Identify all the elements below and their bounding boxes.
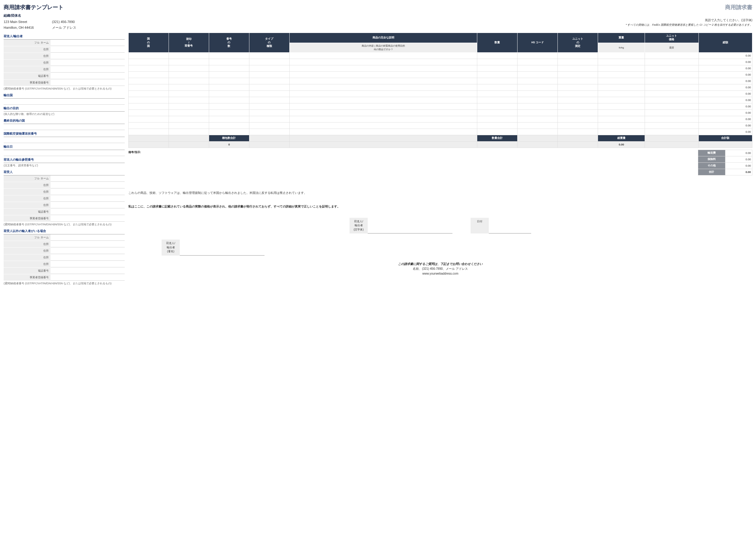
table-cell[interactable] [289,78,477,84]
table-cell[interactable] [598,71,645,78]
table-cell[interactable] [129,97,169,103]
table-cell[interactable] [558,122,598,129]
importer-addr4[interactable] [51,261,125,268]
table-cell[interactable] [645,84,698,90]
table-cell[interactable] [477,129,518,135]
shipper-taxid[interactable] [51,80,125,86]
table-cell[interactable] [249,129,289,135]
importer-phone[interactable] [51,268,125,274]
table-cell[interactable] [209,59,249,65]
table-cell[interactable] [209,90,249,97]
table-cell[interactable] [645,97,698,103]
table-cell[interactable] [249,122,289,129]
table-cell[interactable] [169,84,209,90]
table-cell[interactable] [558,65,598,71]
shipper-addr4[interactable] [51,66,125,73]
table-cell[interactable] [518,110,558,116]
shipper-phone[interactable] [51,73,125,79]
table-cell[interactable] [169,97,209,103]
table-cell[interactable] [169,59,209,65]
table-cell[interactable] [558,71,598,78]
table-cell[interactable] [477,90,518,97]
table-cell[interactable] [477,116,518,122]
table-cell[interactable] [645,103,698,110]
table-cell[interactable] [558,90,598,97]
table-cell[interactable] [558,59,598,65]
table-cell[interactable] [518,59,558,65]
table-cell[interactable] [289,122,477,129]
table-cell[interactable] [598,110,645,116]
table-cell[interactable] [645,71,698,78]
table-cell[interactable] [645,90,698,97]
table-cell[interactable] [558,97,598,103]
awb-field[interactable] [4,137,125,143]
consignee-addr3[interactable] [51,195,125,202]
table-cell[interactable] [209,97,249,103]
table-cell[interactable] [249,78,289,84]
table-cell[interactable] [289,110,477,116]
table-cell[interactable] [518,84,558,90]
table-cell[interactable] [598,122,645,129]
table-cell[interactable] [209,52,249,59]
table-cell[interactable] [598,52,645,59]
table-cell[interactable] [209,110,249,116]
table-cell[interactable] [209,129,249,135]
table-cell[interactable] [209,122,249,129]
shipper-addr2[interactable] [51,53,125,59]
table-cell[interactable] [249,103,289,110]
table-cell[interactable] [598,84,645,90]
consignee-phone[interactable] [51,209,125,215]
table-cell[interactable] [209,116,249,122]
table-cell[interactable] [477,84,518,90]
importer-addr3[interactable] [51,255,125,261]
table-cell[interactable] [289,103,477,110]
table-cell[interactable] [129,122,169,129]
table-cell[interactable] [477,122,518,129]
table-cell[interactable] [598,129,645,135]
dest-country-field[interactable] [4,124,125,130]
table-cell[interactable] [129,78,169,84]
table-cell[interactable] [289,52,477,59]
table-cell[interactable] [477,103,518,110]
table-cell[interactable] [249,97,289,103]
table-cell[interactable] [249,71,289,78]
consignee-addr4[interactable] [51,202,125,209]
table-cell[interactable] [598,116,645,122]
shipper-fullname[interactable] [51,40,125,46]
table-cell[interactable] [249,90,289,97]
table-cell[interactable] [477,78,518,84]
table-cell[interactable] [645,116,698,122]
sign-printed-field[interactable] [368,218,452,234]
table-cell[interactable] [477,65,518,71]
table-cell[interactable] [518,129,558,135]
table-cell[interactable] [518,97,558,103]
shipper-addr1[interactable] [51,46,125,53]
table-cell[interactable] [477,71,518,78]
table-cell[interactable] [598,90,645,97]
table-cell[interactable] [249,116,289,122]
table-cell[interactable] [518,52,558,59]
table-cell[interactable] [558,52,598,59]
table-cell[interactable] [169,116,209,122]
table-cell[interactable] [129,129,169,135]
table-cell[interactable] [169,103,209,110]
table-cell[interactable] [209,65,249,71]
table-cell[interactable] [518,78,558,84]
table-cell[interactable] [209,78,249,84]
shipper-addr3[interactable] [51,60,125,66]
importer-fullname[interactable] [51,235,125,241]
table-cell[interactable] [169,129,209,135]
consignee-addr1[interactable] [51,182,125,189]
table-cell[interactable] [129,116,169,122]
table-cell[interactable] [645,122,698,129]
table-cell[interactable] [645,78,698,84]
table-cell[interactable] [169,71,209,78]
table-cell[interactable] [129,59,169,65]
table-cell[interactable] [289,116,477,122]
table-cell[interactable] [518,122,558,129]
table-cell[interactable] [169,90,209,97]
table-cell[interactable] [558,110,598,116]
table-cell[interactable] [518,90,558,97]
consignee-taxid[interactable] [51,215,125,222]
table-cell[interactable] [129,103,169,110]
